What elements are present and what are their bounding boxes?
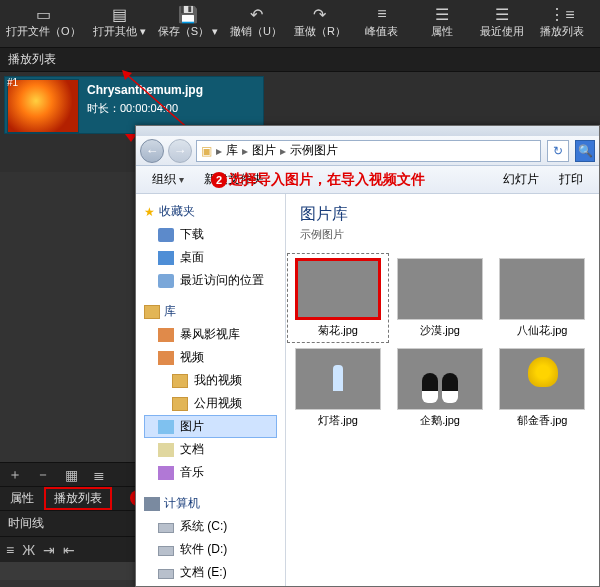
- thumbnail-item[interactable]: 郁金香.jpg: [492, 344, 592, 432]
- open-other-button[interactable]: ▤打开其他 ▾: [87, 0, 152, 47]
- undo-button[interactable]: ↶撤销（U）: [224, 0, 288, 47]
- time-button[interactable]: ≣时: [592, 0, 600, 47]
- thumbnail-caption: 郁金香.jpg: [493, 413, 591, 428]
- clip-filename: Chrysanthemum.jpg: [87, 83, 203, 97]
- tree-desktop[interactable]: 桌面: [144, 246, 277, 269]
- tree-recent[interactable]: 最近访问的位置: [144, 269, 277, 292]
- thumbnail-image: [499, 258, 585, 320]
- props-icon: ☰: [418, 4, 466, 24]
- peak-icon: ≡: [358, 4, 406, 24]
- tree-disk-d[interactable]: 软件 (D:): [144, 538, 277, 561]
- redo-icon: ↷: [294, 4, 346, 24]
- open-other-icon: ▤: [93, 4, 146, 24]
- thumbnail-item[interactable]: 沙漠.jpg: [390, 254, 490, 342]
- thumbnail-item[interactable]: 八仙花.jpg: [492, 254, 592, 342]
- open-file-button[interactable]: ▭打开文件（O）: [0, 0, 87, 47]
- tree-downloads[interactable]: 下载: [144, 223, 277, 246]
- address-bar[interactable]: ▣ ▸库 ▸图片 ▸示例图片: [196, 140, 541, 162]
- search-button[interactable]: 🔍: [575, 140, 595, 162]
- thumbnail-caption: 灯塔.jpg: [289, 413, 387, 428]
- nav-back-button[interactable]: ←: [140, 139, 164, 163]
- thumbnail-caption: 企鹅.jpg: [391, 413, 489, 428]
- nav-fwd-button[interactable]: →: [168, 139, 192, 163]
- refresh-button[interactable]: ↻: [547, 140, 569, 162]
- annotation-2: 2选择导入图片，在导入视频文件: [211, 171, 425, 189]
- print-button[interactable]: 打印: [551, 169, 591, 190]
- playlist-icon: ⋮≡: [538, 4, 586, 24]
- tab-playlist[interactable]: 播放列表: [44, 487, 112, 510]
- recent-button[interactable]: ☰最近使用: [472, 0, 532, 47]
- thumbnail-caption: 菊花.jpg: [289, 323, 387, 338]
- nav-tree: ★收藏夹 下载 桌面 最近访问的位置 库 暴风影视库 视频 我的视频 公用视频 …: [136, 194, 286, 587]
- remove-button[interactable]: －: [32, 466, 54, 484]
- thumbnail-image: [295, 348, 381, 410]
- thumbnail-item[interactable]: 灯塔.jpg: [288, 344, 388, 432]
- playlist-top-button[interactable]: ⋮≡播放列表: [532, 0, 592, 47]
- tree-favorites[interactable]: ★收藏夹: [144, 200, 277, 223]
- tree-computer[interactable]: 计算机: [144, 492, 277, 515]
- main-toolbar: ▭打开文件（O） ▤打开其他 ▾ 💾保存（S） ▾ ↶撤销（U） ↷重做（R） …: [0, 0, 600, 48]
- thumbnail-caption: 八仙花.jpg: [493, 323, 591, 338]
- playlist-panel-title: 播放列表: [0, 48, 600, 72]
- tree-baofeng[interactable]: 暴风影视库: [144, 323, 277, 346]
- recent-icon: ☰: [478, 4, 526, 24]
- dialog-nav: ← → ▣ ▸库 ▸图片 ▸示例图片 ↻ 🔍: [136, 136, 599, 166]
- organize-button[interactable]: 组织: [144, 169, 192, 190]
- thumbnail-caption: 沙漠.jpg: [391, 323, 489, 338]
- tree-music[interactable]: 音乐: [144, 461, 277, 484]
- list-view-button[interactable]: ≣: [88, 467, 110, 483]
- tl-append-button[interactable]: ⇥: [43, 542, 55, 558]
- tree-video[interactable]: 视频: [144, 346, 277, 369]
- tl-cut-button[interactable]: Ж: [22, 542, 35, 558]
- peak-button[interactable]: ≡峰值表: [352, 0, 412, 47]
- tl-insert-button[interactable]: ⇤: [63, 542, 75, 558]
- open-file-icon: ▭: [6, 4, 81, 24]
- clip-index: #1: [7, 77, 18, 88]
- file-open-dialog: ← → ▣ ▸库 ▸图片 ▸示例图片 ↻ 🔍 组织 新建文件夹 幻灯片 打印 2…: [135, 125, 600, 587]
- content-pane: 图片库 示例图片 菊花.jpg沙漠.jpg八仙花.jpg灯塔.jpg企鹅.jpg…: [286, 194, 599, 587]
- thumbnail-image: [397, 348, 483, 410]
- slideshow-button[interactable]: 幻灯片: [495, 169, 547, 190]
- tree-pictures[interactable]: 图片: [144, 415, 277, 438]
- thumbnail-item[interactable]: 菊花.jpg: [288, 254, 388, 342]
- props-button[interactable]: ☰属性: [412, 0, 472, 47]
- save-icon: 💾: [158, 4, 218, 24]
- tree-docs[interactable]: 文档: [144, 438, 277, 461]
- dialog-toolbar: 组织 新建文件夹 幻灯片 打印 2选择导入图片，在导入视频文件: [136, 166, 599, 194]
- tree-libraries[interactable]: 库: [144, 300, 277, 323]
- tree-pubvideo[interactable]: 公用视频: [144, 392, 277, 415]
- thumbnail-image: [397, 258, 483, 320]
- tl-menu-button[interactable]: ≡: [6, 542, 14, 558]
- tab-properties[interactable]: 属性: [0, 487, 44, 510]
- content-subtitle: 示例图片: [300, 227, 585, 242]
- tree-disk-e[interactable]: 文档 (E:): [144, 561, 277, 584]
- content-title: 图片库: [300, 204, 585, 225]
- thumbnail-grid: 菊花.jpg沙漠.jpg八仙花.jpg灯塔.jpg企鹅.jpg郁金香.jpg: [286, 248, 599, 438]
- clip-duration: 时长：00:00:04:00: [87, 101, 203, 116]
- redo-button[interactable]: ↷重做（R）: [288, 0, 352, 47]
- thumbnail-item[interactable]: 企鹅.jpg: [390, 344, 490, 432]
- undo-icon: ↶: [230, 4, 282, 24]
- add-button[interactable]: ＋: [4, 466, 26, 484]
- save-button[interactable]: 💾保存（S） ▾: [152, 0, 224, 47]
- tree-myvideo[interactable]: 我的视频: [144, 369, 277, 392]
- thumbnail-image: [499, 348, 585, 410]
- dialog-titlebar[interactable]: [136, 126, 599, 136]
- tree-disk-c[interactable]: 系统 (C:): [144, 515, 277, 538]
- folder-icon: ▣: [201, 144, 212, 158]
- grid-view-button[interactable]: ▦: [60, 467, 82, 483]
- thumbnail-image: [295, 258, 381, 320]
